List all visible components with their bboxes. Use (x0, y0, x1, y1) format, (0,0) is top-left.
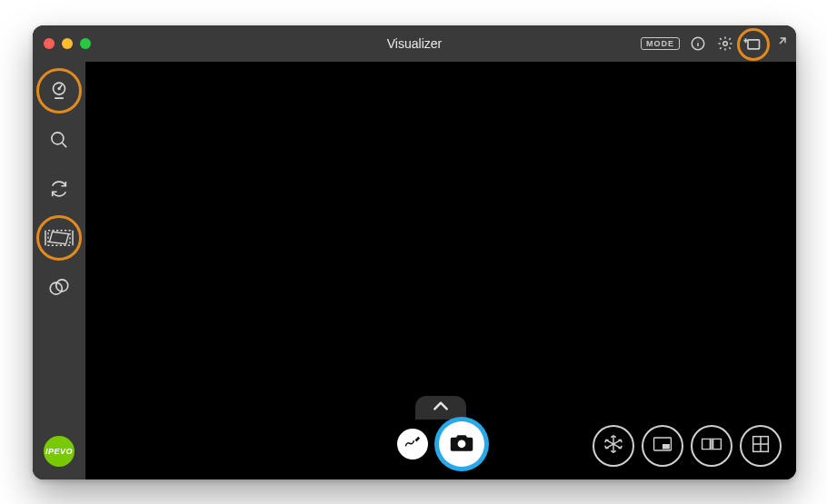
rotate-icon[interactable] (46, 176, 72, 202)
brand-logo[interactable]: IPEVO (44, 436, 75, 467)
svg-point-18 (458, 440, 466, 448)
capture-button[interactable] (439, 421, 484, 467)
scribble-icon (404, 433, 422, 455)
pip-icon (653, 436, 673, 456)
close-window-button[interactable] (44, 38, 55, 49)
app-window: Visualizer MODE (33, 25, 796, 479)
annotate-button[interactable] (397, 429, 428, 460)
camera-select-icon[interactable] (46, 78, 72, 104)
svg-rect-23 (663, 444, 670, 450)
grid-split-icon (752, 435, 770, 457)
view-controls (593, 425, 782, 467)
chevron-up-icon (432, 400, 450, 416)
svg-rect-4 (748, 40, 760, 49)
brand-label: IPEVO (45, 447, 73, 456)
camera-icon (449, 431, 474, 457)
book-split-button[interactable] (691, 425, 732, 467)
grid-split-button[interactable] (740, 425, 782, 467)
window-controls (44, 38, 91, 49)
gear-icon[interactable] (716, 35, 734, 53)
add-window-icon[interactable] (743, 35, 762, 53)
magnifier-icon[interactable] (46, 127, 72, 153)
title-bar-right: MODE (641, 25, 789, 62)
freeze-button[interactable] (593, 425, 634, 467)
expand-icon[interactable] (771, 35, 789, 53)
svg-point-3 (723, 42, 728, 46)
mode-button[interactable]: MODE (641, 37, 680, 50)
tray-expand-button[interactable] (415, 396, 466, 420)
capture-controls (397, 421, 484, 467)
video-viewport (85, 62, 796, 479)
svg-line-7 (780, 38, 785, 44)
svg-point-10 (52, 133, 64, 144)
filters-icon[interactable] (46, 274, 72, 300)
svg-point-2 (698, 41, 699, 42)
zoom-window-button[interactable] (80, 38, 91, 49)
book-split-icon (701, 436, 722, 456)
left-toolbar: IPEVO (33, 62, 85, 479)
keystone-icon[interactable] (46, 225, 72, 251)
title-bar: Visualizer MODE (33, 25, 796, 62)
pip-button[interactable] (642, 425, 683, 467)
minimize-window-button[interactable] (62, 38, 73, 49)
info-icon[interactable] (689, 35, 707, 53)
svg-line-11 (62, 143, 66, 147)
svg-marker-13 (50, 232, 69, 244)
freeze-icon (603, 434, 623, 458)
